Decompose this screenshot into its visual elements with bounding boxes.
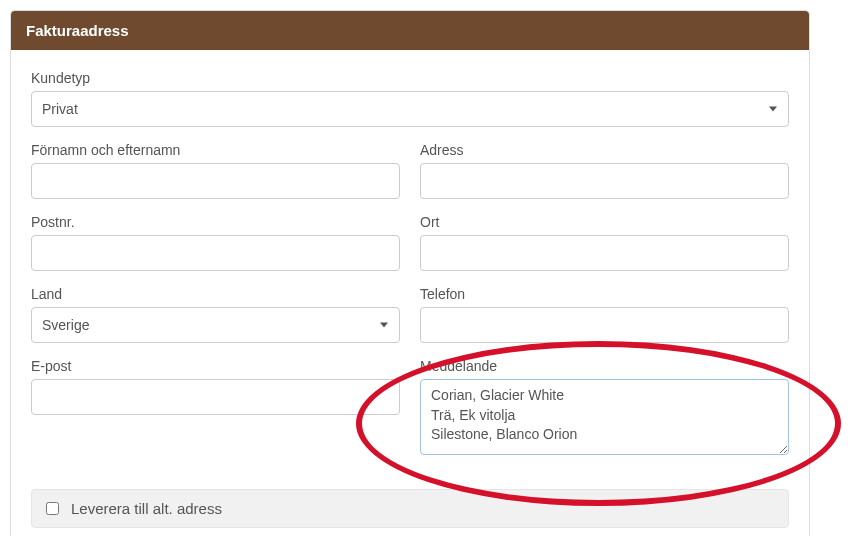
kundetyp-label: Kundetyp	[31, 70, 789, 86]
delivery-alt-label: Leverera till alt. adress	[71, 500, 222, 517]
postnr-label: Postnr.	[31, 214, 400, 230]
postnr-field: Postnr.	[31, 214, 400, 271]
meddelande-label: Meddelande	[420, 358, 789, 374]
epost-field: E-post	[31, 358, 400, 459]
panel-title: Fakturaadress	[11, 11, 809, 50]
postnr-input[interactable]	[31, 235, 400, 271]
telefon-input[interactable]	[420, 307, 789, 343]
adress-label: Adress	[420, 142, 789, 158]
delivery-alt-row: Leverera till alt. adress	[31, 489, 789, 528]
land-select[interactable]: Sverige	[31, 307, 400, 343]
land-field: Land Sverige	[31, 286, 400, 343]
adress-input[interactable]	[420, 163, 789, 199]
meddelande-field: Meddelande	[420, 358, 789, 459]
meddelande-textarea[interactable]	[420, 379, 789, 455]
adress-field: Adress	[420, 142, 789, 199]
fornamn-field: Förnamn och efternamn	[31, 142, 400, 199]
kundetyp-field: Kundetyp Privat	[31, 70, 789, 127]
kundetyp-select-wrap: Privat	[31, 91, 789, 127]
land-select-wrap: Sverige	[31, 307, 400, 343]
delivery-alt-checkbox[interactable]	[46, 502, 59, 515]
land-label: Land	[31, 286, 400, 302]
ort-input[interactable]	[420, 235, 789, 271]
ort-label: Ort	[420, 214, 789, 230]
epost-label: E-post	[31, 358, 400, 374]
fornamn-label: Förnamn och efternamn	[31, 142, 400, 158]
fornamn-input[interactable]	[31, 163, 400, 199]
panel-body: Kundetyp Privat Förnamn och efternamn Ad…	[11, 50, 809, 536]
ort-field: Ort	[420, 214, 789, 271]
billing-address-panel: Fakturaadress Kundetyp Privat Förnamn oc…	[10, 10, 810, 536]
telefon-label: Telefon	[420, 286, 789, 302]
telefon-field: Telefon	[420, 286, 789, 343]
epost-input[interactable]	[31, 379, 400, 415]
kundetyp-select[interactable]: Privat	[31, 91, 789, 127]
